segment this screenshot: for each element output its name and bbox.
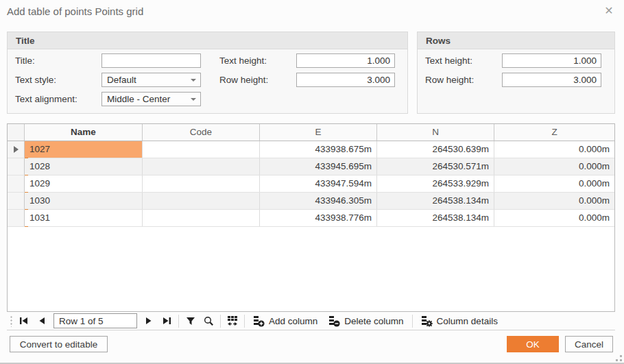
grid-cell-z[interactable]: 0.000m xyxy=(494,193,614,209)
grid-cell-z[interactable]: 0.000m xyxy=(494,141,614,158)
add-column-button[interactable]: Add column xyxy=(248,313,323,329)
grid-cell-n[interactable]: 264538.134m xyxy=(377,210,494,226)
title-input[interactable] xyxy=(101,53,201,68)
best-fit-columns-button[interactable] xyxy=(224,313,241,329)
close-icon[interactable]: ✕ xyxy=(602,4,616,18)
toolbar-separator xyxy=(220,315,221,328)
grid-column-header-e[interactable]: E xyxy=(260,124,377,141)
ok-button[interactable]: OK xyxy=(507,336,559,352)
row-position-input[interactable] xyxy=(53,313,137,328)
grid-cell-name[interactable]: 1031 xyxy=(25,210,143,226)
text-alignment-label: Text alignment: xyxy=(15,92,77,106)
chevron-down-icon xyxy=(191,98,196,101)
title-row-height-label: Row height: xyxy=(219,73,268,87)
column-details-label: Column details xyxy=(437,316,498,326)
grid-cell-name[interactable]: 1027 xyxy=(25,141,143,158)
current-row-arrow-icon xyxy=(14,146,19,153)
grid-cell-e[interactable]: 433938.776m xyxy=(260,210,377,226)
rows-row-height-label: Row height: xyxy=(425,73,474,87)
filter-button[interactable] xyxy=(182,313,200,329)
grid-cell-n[interactable]: 264533.929m xyxy=(377,175,494,192)
grid-cell-code[interactable] xyxy=(143,175,260,192)
grid-cell-e[interactable]: 433946.305m xyxy=(260,193,377,209)
grid-cell-code[interactable] xyxy=(143,193,260,209)
dialog-title: Add table of points Points grid xyxy=(7,5,143,17)
text-alignment-dropdown[interactable]: Middle - Center xyxy=(101,92,201,106)
grid-cell-n[interactable]: 264530.639m xyxy=(377,141,494,158)
grid-cell-name[interactable]: 1030 xyxy=(25,193,143,209)
text-style-dropdown[interactable]: Default xyxy=(101,73,201,87)
best-fit-columns-icon xyxy=(227,316,238,326)
grid-header-row: NameCodeENZ xyxy=(8,124,614,141)
grid-cell-code[interactable] xyxy=(143,158,260,175)
add-column-label: Add column xyxy=(269,316,317,326)
grid-row-selector[interactable] xyxy=(8,210,25,226)
grid-column-header-n[interactable]: N xyxy=(377,124,494,141)
toolbar-separator xyxy=(412,315,413,328)
title-group-header: Title xyxy=(8,32,407,49)
chevron-down-icon xyxy=(191,79,196,82)
grid-row: 1030433946.305m264538.134m0.000m xyxy=(8,193,614,210)
first-record-icon xyxy=(19,317,29,325)
first-record-button[interactable] xyxy=(15,313,33,329)
grid-column-header-z[interactable]: Z xyxy=(494,124,614,141)
cancel-button[interactable]: Cancel xyxy=(565,336,613,352)
rows-row-height-input[interactable] xyxy=(502,73,601,87)
grid-cell-n[interactable]: 264530.571m xyxy=(377,158,494,175)
next-record-button[interactable] xyxy=(140,313,158,329)
grid-cell-name[interactable]: 1029 xyxy=(25,175,143,192)
search-icon xyxy=(204,316,214,326)
column-details-icon xyxy=(421,315,433,327)
text-alignment-value: Middle - Center xyxy=(107,94,170,104)
grid-row-selector[interactable] xyxy=(8,158,25,175)
rows-text-height-input[interactable] xyxy=(502,53,601,68)
grid-cell-z[interactable]: 0.000m xyxy=(494,158,614,175)
column-details-button[interactable]: Column details xyxy=(416,313,503,329)
grid-cell-name[interactable]: 1028 xyxy=(25,158,143,175)
add-table-of-points-dialog: Add table of points Points grid ✕ Title … xyxy=(0,0,624,364)
delete-column-button[interactable]: Delete column xyxy=(323,313,409,329)
search-button[interactable] xyxy=(200,313,217,329)
rows-group-header: Rows xyxy=(418,32,614,49)
grid-cell-n[interactable]: 264538.134m xyxy=(377,193,494,209)
points-grid: NameCodeENZ1027433938.675m264530.639m0.0… xyxy=(7,123,615,312)
grid-cell-code[interactable] xyxy=(143,210,260,226)
grid-column-header-name[interactable]: Name xyxy=(25,124,143,141)
grid-toolbar: Add column Delete column xyxy=(7,312,615,330)
convert-to-editable-button[interactable]: Convert to editable xyxy=(10,336,108,352)
grid-cell-e[interactable]: 433945.695m xyxy=(260,158,377,175)
last-record-icon xyxy=(162,317,171,325)
last-record-button[interactable] xyxy=(158,313,176,329)
title-row-height-input[interactable] xyxy=(296,73,395,87)
previous-record-button[interactable] xyxy=(33,313,51,329)
resize-grip-icon[interactable] xyxy=(615,353,622,361)
grid-row-selector[interactable] xyxy=(8,175,25,192)
title-text-height-label: Text height: xyxy=(219,53,267,68)
title-text-height-input[interactable] xyxy=(296,53,395,68)
rows-text-height-label: Text height: xyxy=(425,53,472,68)
grid-row-selector[interactable] xyxy=(8,193,25,209)
grid-row-selector[interactable] xyxy=(8,141,25,158)
add-column-icon xyxy=(253,315,265,327)
grid-cell-z[interactable]: 0.000m xyxy=(494,210,614,226)
toolbar-separator xyxy=(244,315,245,328)
next-record-icon xyxy=(145,317,153,325)
delete-column-label: Delete column xyxy=(344,316,403,326)
grid-row: 1029433947.594m264533.929m0.000m xyxy=(8,175,614,193)
text-style-value: Default xyxy=(107,75,136,85)
text-style-label: Text style: xyxy=(15,73,56,87)
grid-cell-code[interactable] xyxy=(143,141,260,158)
grid-row: 1027433938.675m264530.639m0.000m xyxy=(8,141,614,158)
delete-column-icon xyxy=(328,315,340,327)
toolbar-separator xyxy=(178,315,179,328)
toolbar-drag-handle-icon[interactable] xyxy=(8,315,15,327)
grid-cell-e[interactable]: 433947.594m xyxy=(260,175,377,192)
grid-row: 1031433938.776m264538.134m0.000m xyxy=(8,210,614,227)
grid-cell-z[interactable]: 0.000m xyxy=(494,175,614,192)
title-label: Title: xyxy=(15,53,35,68)
grid-column-header-code[interactable]: Code xyxy=(143,124,260,141)
grid-row-selector-header xyxy=(8,124,25,141)
grid-cell-e[interactable]: 433938.675m xyxy=(260,141,377,158)
grid-row: 1028433945.695m264530.571m0.000m xyxy=(8,158,614,175)
filter-icon xyxy=(186,317,195,326)
